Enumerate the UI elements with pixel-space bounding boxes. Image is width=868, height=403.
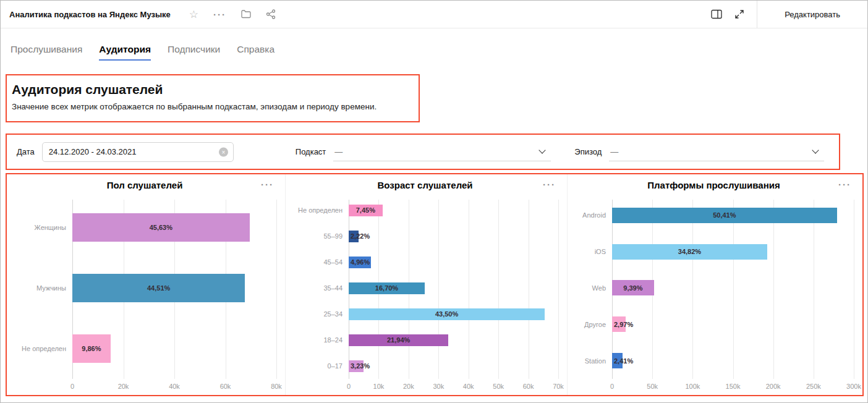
- bar[interactable]: 4,96%: [349, 257, 371, 268]
- chart-title: Возраст слушателей: [377, 180, 472, 190]
- tab-help[interactable]: Справка: [237, 44, 274, 61]
- bar-value-label: 2,41%: [614, 357, 633, 365]
- x-axis-tick-label: 30k: [433, 383, 444, 390]
- x-axis: 010k20k30k40k50k60k70k: [349, 379, 558, 391]
- chart-menu-icon[interactable]: ···: [543, 180, 556, 189]
- y-axis-label: Другое: [584, 321, 606, 328]
- x-axis-tick-label: 250k: [806, 383, 821, 390]
- folder-icon[interactable]: [241, 10, 251, 19]
- bar[interactable]: 9,86%: [72, 334, 111, 363]
- bar[interactable]: 7,45%: [349, 205, 383, 216]
- tab-audience[interactable]: Аудитория: [99, 44, 151, 61]
- x-axis-tick-label: 20k: [118, 383, 129, 390]
- x-axis-tick-label: 300k: [846, 383, 861, 390]
- bar-row: 43,50%: [349, 308, 558, 320]
- gridline: [854, 200, 854, 379]
- chart-body: Не определен55–9945–5435–4425–3418–240–1…: [292, 197, 558, 391]
- x-axis-tick-label: 10k: [373, 383, 385, 390]
- topbar-right-group: Редактировать: [705, 1, 867, 28]
- y-axis-labels: ЖенщиныМужчиныНе определен: [13, 197, 72, 379]
- edit-button[interactable]: Редактировать: [757, 1, 867, 28]
- bar[interactable]: 44,51%: [72, 274, 245, 302]
- page-title: Аудитория слушателей: [12, 82, 410, 97]
- filters-box: Дата × Подкаст — Эпизод —: [6, 134, 840, 170]
- bars: 7,45%2,22%4,96%16,70%43,50%21,94%3,23%: [349, 197, 558, 379]
- x-axis-tick-label: 20k: [403, 383, 414, 390]
- x-axis-tick-label: 0: [347, 383, 351, 390]
- bar[interactable]: 2,97%: [612, 316, 626, 332]
- x-axis-tick-label: 200k: [766, 383, 781, 390]
- bar[interactable]: 9,39%: [612, 280, 654, 295]
- toolbar-icons: ☆ ···: [189, 9, 276, 20]
- y-axis-label: Мужчины: [36, 284, 66, 292]
- episode-filter-group: Эпизод —: [574, 143, 824, 161]
- bar-row: 9,86%: [72, 334, 276, 363]
- tab-subscribers[interactable]: Подписчики: [168, 44, 220, 61]
- x-axis-tick-label: 80k: [271, 383, 282, 390]
- share-icon[interactable]: [266, 9, 276, 19]
- bar-value-label: 21,94%: [387, 336, 410, 344]
- podcast-filter-label: Подкаст: [296, 147, 326, 156]
- bar[interactable]: 45,63%: [72, 213, 250, 242]
- bar[interactable]: 21,94%: [349, 334, 448, 346]
- y-axis-labels: AndroidiOSWebДругоеStation: [574, 197, 612, 379]
- chart-title: Пол слушателей: [107, 180, 183, 190]
- bar[interactable]: 50,41%: [612, 208, 837, 223]
- bar[interactable]: 2,41%: [612, 353, 623, 368]
- page-subtitle: Значение всех метрик отображается по выб…: [12, 102, 410, 111]
- bar[interactable]: 34,82%: [612, 244, 767, 260]
- chart-panel-age: Возраст слушателей ··· Не определен55–99…: [285, 174, 567, 395]
- bar[interactable]: 2,22%: [349, 231, 359, 242]
- bar-value-label: 34,82%: [678, 248, 701, 255]
- podcast-filter-select[interactable]: —: [333, 143, 551, 161]
- dashboard-page: Аналитика подкастов на Яндекс Музыке ☆ ·…: [0, 0, 868, 403]
- plot-area: 50,41%34,82%9,39%2,97%2,41%: [612, 197, 854, 379]
- episode-filter-value: —: [610, 147, 618, 156]
- x-axis-tick-label: 150k: [726, 383, 741, 390]
- y-axis-label: iOS: [595, 248, 606, 255]
- date-filter-label: Дата: [17, 147, 35, 156]
- charts-box: Пол слушателей ··· ЖенщиныМужчиныНе опре…: [6, 173, 864, 396]
- more-menu-icon[interactable]: ···: [213, 10, 226, 19]
- bar-row: 9,39%: [612, 280, 854, 295]
- bar-value-label: 4,96%: [351, 258, 370, 266]
- bar[interactable]: 3,23%: [349, 360, 364, 372]
- chart-header: Платформы прослушивания ···: [574, 180, 854, 197]
- plot-area: 7,45%2,22%4,96%16,70%43,50%21,94%3,23%: [349, 197, 558, 379]
- gridline: [558, 200, 559, 379]
- chart-panel-platforms: Платформы прослушивания ··· AndroidiOSWe…: [567, 174, 862, 395]
- bar-row: 45,63%: [72, 213, 276, 242]
- chart-body: ЖенщиныМужчиныНе определен 45,63%44,51%9…: [13, 197, 276, 391]
- y-axis-label: Station: [585, 357, 606, 365]
- favorite-star-icon[interactable]: ☆: [189, 9, 198, 20]
- bar[interactable]: 43,50%: [349, 308, 545, 320]
- bar-row: 16,70%: [349, 282, 558, 294]
- split-view-icon[interactable]: [711, 9, 722, 19]
- chart-menu-icon[interactable]: ···: [261, 180, 274, 189]
- bar-row: 2,41%: [612, 353, 854, 368]
- x-axis: 050k100k150k200k250k300k: [612, 379, 854, 391]
- episode-filter-select[interactable]: —: [609, 143, 824, 161]
- bars: 45,63%44,51%9,86%: [72, 197, 276, 379]
- bar[interactable]: 16,70%: [349, 282, 425, 294]
- bar-row: 44,51%: [72, 274, 276, 302]
- y-axis-label: 35–44: [323, 284, 343, 292]
- bar-value-label: 9,86%: [82, 345, 101, 352]
- chart-header: Пол слушателей ···: [13, 180, 276, 197]
- episode-filter-label: Эпизод: [574, 147, 602, 156]
- section-title-box: Аудитория слушателей Значение всех метри…: [6, 74, 420, 122]
- x-axis-tick-label: 50k: [493, 383, 504, 390]
- bar-value-label: 44,51%: [147, 284, 170, 292]
- clear-date-icon[interactable]: ×: [219, 147, 228, 156]
- chevron-down-icon: [539, 146, 546, 153]
- date-filter-group: Дата ×: [17, 142, 234, 162]
- chevron-down-icon: [812, 146, 819, 153]
- x-axis-tick-label: 40k: [169, 383, 180, 390]
- bar-value-label: 16,70%: [375, 284, 398, 292]
- date-filter-input[interactable]: [42, 142, 234, 162]
- bar-row: 4,96%: [349, 257, 558, 268]
- tab-listens[interactable]: Прослушивания: [11, 44, 82, 61]
- chart-menu-icon[interactable]: ···: [838, 180, 851, 189]
- fullscreen-icon[interactable]: [734, 9, 744, 19]
- tab-bar: Прослушивания Аудитория Подписчики Справ…: [11, 44, 274, 61]
